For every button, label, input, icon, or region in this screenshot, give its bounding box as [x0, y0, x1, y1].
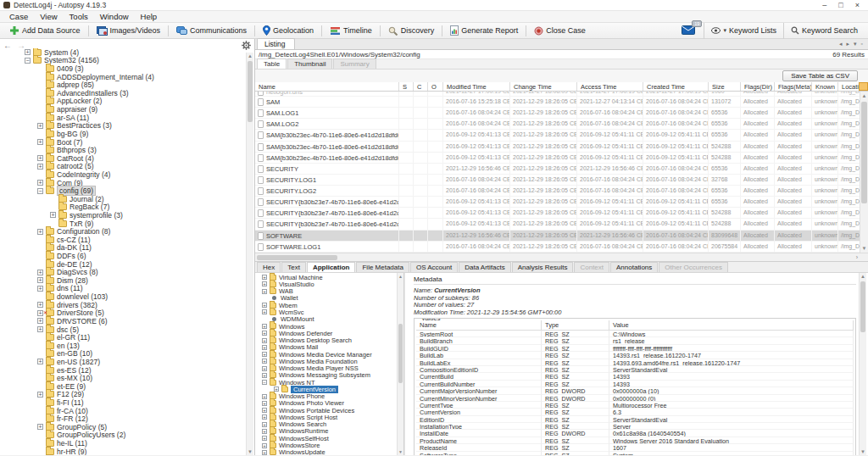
tree-item-advancedinstallers-3[interactable]: AdvancedInstallers (3) [7, 89, 254, 97]
column-header-o[interactable]: O [428, 82, 443, 91]
tree-item-en-us-1827[interactable]: +en-US (1827) [7, 358, 254, 366]
add-data-source-button[interactable]: Add Data Source [3, 24, 86, 37]
expand-icon[interactable]: + [37, 123, 43, 129]
expand-icon[interactable]: + [262, 303, 267, 308]
expand-icon[interactable]: + [262, 436, 267, 441]
tree-item-applocker-2[interactable]: AppLocker (2) [7, 97, 254, 106]
expand-icon[interactable]: + [25, 49, 31, 55]
expand-icon[interactable]: + [37, 359, 43, 364]
values-column-type[interactable]: Type [542, 320, 609, 330]
tree-item-grouppolicy-5[interactable]: +GroupPolicy (5) [7, 423, 254, 431]
expand-icon[interactable]: + [262, 373, 267, 378]
tree-item-da-dk-11[interactable]: da-DK (11) [7, 244, 254, 253]
expand-icon[interactable]: + [37, 229, 43, 235]
value-row[interactable]: CurrentTypeREG_SZMultiprocessor Free [416, 402, 854, 409]
tree-item-adprep-85[interactable]: adprep (85) [7, 81, 254, 89]
column-header-flags-meta[interactable]: Flags(Meta) [775, 82, 812, 91]
value-row[interactable]: CurrentVersionREG_SZ6.3 [416, 409, 854, 415]
timeline-button[interactable]: Timeline [324, 25, 378, 37]
communications-button[interactable]: Communications [170, 25, 253, 37]
value-row[interactable]: BuildGUIDREG_SZffffffff-ffff-ffff-ffff-f… [416, 345, 854, 352]
expand-icon[interactable]: + [262, 443, 267, 448]
expand-icon[interactable]: + [50, 212, 56, 218]
tree-item-hr-hr-9[interactable]: hr-HR (9) [7, 448, 254, 455]
value-row[interactable]: BuildBranchREG_SZrs1_release [416, 337, 854, 344]
viewer-tab-application[interactable]: Application [307, 262, 356, 272]
expand-icon[interactable]: + [37, 270, 43, 275]
view-tab-table[interactable]: Table [257, 58, 287, 69]
tree-item-dism-28[interactable]: +Dism (28) [7, 276, 254, 285]
messages-button[interactable]: 19 [682, 23, 695, 38]
column-header-size[interactable]: Size [709, 82, 741, 91]
value-row[interactable]: SystemRootREG_SZC:\Windows [416, 331, 854, 337]
column-header-created-time[interactable]: Created Time [643, 82, 709, 91]
table-row[interactable]: SAM.LOG22016-07-16 08:04:24 CEST2021-12-… [255, 119, 868, 130]
discovery-button[interactable]: Discovery [382, 25, 441, 37]
menu-tools[interactable]: Tools [64, 12, 94, 21]
expand-icon[interactable]: + [37, 286, 43, 292]
expand-icon[interactable]: + [262, 359, 267, 364]
value-row[interactable]: InstallDateREG_DWORD0x61c8a98a (16405405… [416, 430, 854, 437]
value-row[interactable]: EditionIDREG_SZServerStandardEval [416, 416, 854, 423]
close-case-button[interactable]: Close Case [528, 25, 592, 37]
column-settings-button[interactable] [859, 82, 868, 91]
tree-item-txr-9[interactable]: TxR (9) [7, 220, 254, 228]
tree-item-ddfs-6[interactable]: DDFs (6) [7, 252, 254, 260]
expand-icon[interactable]: + [37, 302, 43, 308]
tree-item-es-es-12[interactable]: es-ES (12) [7, 366, 254, 375]
table-row[interactable]: SAM{b30b23ec-4b70-11e6-80e6-e41d2d18dfd0… [255, 142, 868, 153]
tree-item-bthprops-3[interactable]: Bthprops (3) [7, 146, 254, 154]
tree-item-downlevel-103[interactable]: downlevel (103) [7, 292, 254, 301]
column-header-name[interactable]: Name [255, 82, 399, 91]
tree-item-cs-cz-11[interactable]: cs-CZ (11) [7, 236, 254, 244]
viewer-tab-text[interactable]: Text [281, 262, 306, 272]
table-row[interactable]: SECURITY.LOG22016-07-16 08:04:24 CEST202… [255, 186, 868, 197]
expand-icon[interactable]: + [262, 281, 267, 286]
expand-icon[interactable]: + [262, 345, 267, 350]
value-row[interactable]: CurrentBuildNumberREG_SZ14393 [416, 381, 854, 387]
generate-report-button[interactable]: Generate Report [444, 24, 524, 37]
expand-icon[interactable]: + [37, 318, 43, 324]
values-column-value[interactable]: Value [609, 320, 854, 330]
expand-icon[interactable]: + [37, 180, 43, 186]
tree-item-catroot2-5[interactable]: +catroot2 (5) [7, 163, 254, 171]
tree-item-ar-sa-11[interactable]: ar-SA (11) [7, 114, 254, 122]
tree-item-dsc-5[interactable]: +dsc (5) [7, 325, 254, 334]
tree-item-com-9[interactable]: +Com (9) [7, 179, 254, 187]
tree-item-fi-fi-11[interactable]: fi-FI (11) [7, 398, 254, 407]
value-row[interactable]: ReleaseIdREG_SZ1607 [416, 444, 854, 451]
tree-item-bg-bg-9[interactable]: bg-BG (9) [7, 130, 254, 138]
table-horizontal-scrollbar[interactable]: › [255, 253, 868, 261]
tree-item-fr-ca-10[interactable]: fr-CA (10) [7, 407, 254, 415]
table-row[interactable]: SOFTWARE.LOG12016-07-16 08:04:24 CEST202… [255, 242, 868, 253]
expand-icon[interactable]: + [37, 155, 43, 161]
tree-item-he-il-11[interactable]: he-IL (11) [7, 439, 254, 448]
table-row[interactable]: SECURITY{b30b23e7-4b70-11e6-80e6-e41d2d1… [255, 197, 868, 208]
table-row[interactable]: SAM2016-07-16 15:25:18 CEST2021-12-29 18… [255, 97, 868, 108]
table-row[interactable]: SECURITY{b30b23e7-4b70-11e6-80e6-e41d2d1… [255, 219, 868, 230]
registry-tree-scrollbar[interactable]: ▲ ▼ [397, 273, 403, 455]
tree-item-appraiser-9[interactable]: appraiser (9) [7, 105, 254, 114]
tree-item-systemprofile-3[interactable]: +systemprofile (3) [7, 211, 254, 220]
tree-item-addsdeployment-internal-4[interactable]: ADDSDeployment_Internal (4) [7, 73, 254, 81]
viewer-tab-annotations[interactable]: Annotations [610, 262, 658, 272]
expand-icon[interactable]: + [262, 352, 267, 357]
viewer-tab-data-artifacts[interactable]: Data Artifacts [459, 262, 511, 272]
expand-icon[interactable]: + [37, 392, 43, 398]
expand-icon[interactable]: + [262, 366, 267, 371]
expand-icon[interactable]: + [37, 326, 43, 332]
tree-item-driverstore-5[interactable]: +DriverStore (5) [7, 309, 254, 318]
column-header-modified-time[interactable]: Modified Time [443, 82, 510, 91]
value-row[interactable]: CurrentMinorVersionNumberREG_DWORD0x0000… [416, 395, 854, 402]
tree-item-diagsvcs-8[interactable]: +DiagSvcs (8) [7, 268, 254, 276]
keyword-search-button[interactable]: Keyword Search [783, 23, 865, 39]
tab-scroll-right-icon[interactable]: ▸ [846, 41, 849, 47]
expand-icon[interactable]: + [262, 450, 267, 455]
expand-icon[interactable]: + [262, 338, 267, 343]
table-row[interactable]: SECURITY.LOG12016-07-16 08:04:24 CEST202… [255, 175, 868, 186]
tree-item-windowsupdate[interactable]: +WindowsUpdate [259, 449, 403, 455]
collapse-icon[interactable]: − [37, 188, 43, 194]
expand-icon[interactable]: + [262, 408, 267, 413]
menu-view[interactable]: View [34, 12, 63, 21]
viewer-tab-hex[interactable]: Hex [257, 262, 281, 272]
